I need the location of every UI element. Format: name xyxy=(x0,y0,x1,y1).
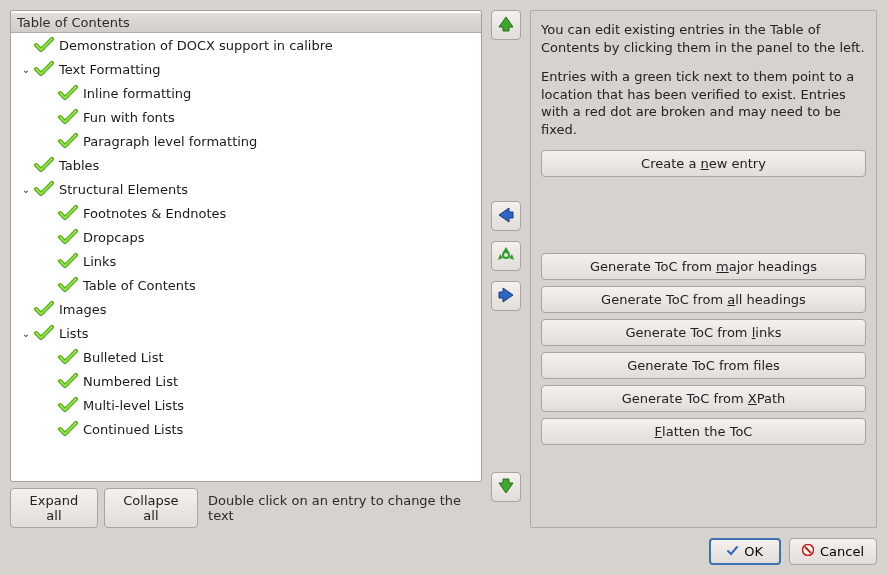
collapse-icon[interactable]: ⌄ xyxy=(19,328,33,339)
toc-item-label: Text Formatting xyxy=(59,62,160,77)
toc-item-label: Paragraph level formatting xyxy=(83,134,257,149)
arrow-down-icon xyxy=(497,477,515,498)
move-up-button[interactable] xyxy=(491,10,521,40)
toc-item[interactable]: Numbered List xyxy=(11,369,481,393)
arrow-up-icon xyxy=(497,15,515,36)
verified-tick-icon xyxy=(57,133,79,149)
verified-tick-icon xyxy=(33,301,55,317)
collapse-all-button[interactable]: Collapse all xyxy=(104,488,198,528)
verified-tick-icon xyxy=(57,229,79,245)
toc-item[interactable]: Tables xyxy=(11,153,481,177)
toc-item[interactable]: Bulleted List xyxy=(11,345,481,369)
toc-item-label: Lists xyxy=(59,326,89,341)
toc-item-label: Images xyxy=(59,302,107,317)
collapse-icon[interactable]: ⌄ xyxy=(19,64,33,75)
verified-tick-icon xyxy=(57,397,79,413)
toc-item-label: Multi-level Lists xyxy=(83,398,184,413)
toc-item[interactable]: Images xyxy=(11,297,481,321)
verified-tick-icon xyxy=(33,325,55,341)
toc-item-label: Links xyxy=(83,254,116,269)
toc-item-label: Demonstration of DOCX support in calibre xyxy=(59,38,333,53)
verified-tick-icon xyxy=(33,37,55,53)
toc-item-label: Numbered List xyxy=(83,374,178,389)
verified-tick-icon xyxy=(57,421,79,437)
toc-item-label: Inline formatting xyxy=(83,86,191,101)
verified-tick-icon xyxy=(57,373,79,389)
recycle-icon xyxy=(497,246,515,267)
toc-item[interactable]: Footnotes & Endnotes xyxy=(11,201,481,225)
toc-item-label: Tables xyxy=(59,158,99,173)
check-icon xyxy=(727,544,738,559)
toc-item[interactable]: Fun with fonts xyxy=(11,105,481,129)
toc-item-label: Structural Elements xyxy=(59,182,188,197)
generate-xpath-button[interactable]: Generate ToC from XPath xyxy=(541,385,866,412)
toc-item[interactable]: ⌄Lists xyxy=(11,321,481,345)
outdent-button[interactable] xyxy=(491,201,521,231)
flatten-toc-button[interactable]: Flatten the ToC xyxy=(541,418,866,445)
expand-all-button[interactable]: Expand all xyxy=(10,488,98,528)
right-panel: You can edit existing entries in the Tab… xyxy=(530,10,877,528)
verified-tick-icon xyxy=(33,157,55,173)
toc-item-label: Footnotes & Endnotes xyxy=(83,206,226,221)
toc-item-label: Dropcaps xyxy=(83,230,144,245)
toc-item[interactable]: Demonstration of DOCX support in calibre xyxy=(11,33,481,57)
verified-tick-icon xyxy=(57,205,79,221)
verified-tick-icon xyxy=(33,181,55,197)
toc-item[interactable]: Paragraph level formatting xyxy=(11,129,481,153)
create-new-entry-button[interactable]: Create a new entry xyxy=(541,150,866,177)
toc-item-label: Bulleted List xyxy=(83,350,164,365)
toc-tree-header: Table of Contents xyxy=(11,13,481,33)
arrow-left-icon xyxy=(497,206,515,227)
edit-hint: Double click on an entry to change the t… xyxy=(208,493,482,523)
description-1: You can edit existing entries in the Tab… xyxy=(541,21,866,56)
toc-item[interactable]: Links xyxy=(11,249,481,273)
toc-item[interactable]: Multi-level Lists xyxy=(11,393,481,417)
verified-tick-icon xyxy=(57,253,79,269)
verified-tick-icon xyxy=(57,277,79,293)
description-2: Entries with a green tick next to them p… xyxy=(541,68,866,138)
verified-tick-icon xyxy=(57,349,79,365)
generate-files-button[interactable]: Generate ToC from files xyxy=(541,352,866,379)
refresh-button[interactable] xyxy=(491,241,521,271)
toc-tree-panel[interactable]: Table of Contents Demonstration of DOCX … xyxy=(10,10,482,482)
toc-item[interactable]: Table of Contents xyxy=(11,273,481,297)
verified-tick-icon xyxy=(33,61,55,77)
toc-item[interactable]: ⌄Text Formatting xyxy=(11,57,481,81)
toc-item[interactable]: Dropcaps xyxy=(11,225,481,249)
generate-all-headings-button[interactable]: Generate ToC from all headings xyxy=(541,286,866,313)
collapse-icon[interactable]: ⌄ xyxy=(19,184,33,195)
toc-item-label: Continued Lists xyxy=(83,422,183,437)
indent-button[interactable] xyxy=(491,281,521,311)
cancel-icon xyxy=(802,544,814,559)
arrow-right-icon xyxy=(497,286,515,307)
toc-item[interactable]: Continued Lists xyxy=(11,417,481,441)
generate-major-headings-button[interactable]: Generate ToC from major headings xyxy=(541,253,866,280)
ok-button[interactable]: OK xyxy=(709,538,781,565)
toc-item-label: Table of Contents xyxy=(83,278,196,293)
verified-tick-icon xyxy=(57,85,79,101)
verified-tick-icon xyxy=(57,109,79,125)
move-down-button[interactable] xyxy=(491,472,521,502)
toc-item[interactable]: Inline formatting xyxy=(11,81,481,105)
toc-item[interactable]: ⌄Structural Elements xyxy=(11,177,481,201)
cancel-button[interactable]: Cancel xyxy=(789,538,877,565)
toc-item-label: Fun with fonts xyxy=(83,110,175,125)
generate-links-button[interactable]: Generate ToC from links xyxy=(541,319,866,346)
